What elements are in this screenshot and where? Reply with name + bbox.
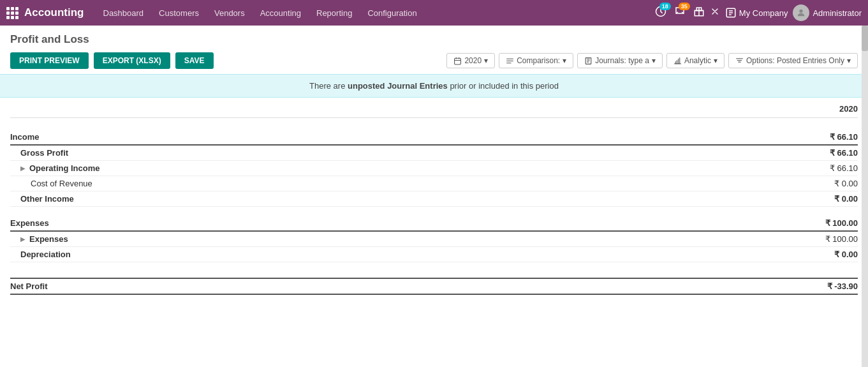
other-income-row: Other Income ₹ 0.00 [10,191,858,207]
nav-reporting[interactable]: Reporting [310,4,358,22]
options-filter[interactable]: Options: Posted Entries Only ▾ [728,53,858,68]
expenses-sub-row[interactable]: ▶ Expenses ₹ 100.00 [10,232,858,247]
messages-icon[interactable]: 35 [674,6,686,20]
comparison-filter-label: Comparison: [517,56,560,65]
comparison-icon [506,57,514,65]
alert-text-after: prior or included in this period [448,81,559,91]
analytic-dropdown-icon: ▾ [714,56,717,65]
report-header: 2020 [10,104,858,118]
depreciation-label: Depreciation [20,250,71,259]
messages-badge: 35 [679,3,690,10]
gross-profit-row: Gross Profit ₹ 66.10 [10,146,858,161]
company-name: My Company [739,8,788,18]
net-profit-label: Net Profit [10,281,48,291]
activities-badge: 18 [659,3,671,10]
analytic-icon [673,57,682,65]
user-menu[interactable]: Administrator [793,4,862,21]
nav-customers[interactable]: Customers [152,4,205,22]
top-menu: Dashboard Customers Vendors Accounting R… [97,4,655,22]
toolbar: Profit and Loss [0,26,868,52]
options-dropdown-icon: ▾ [847,56,851,65]
depreciation-value: ₹ 0.00 [781,250,858,259]
net-profit-value: ₹ -33.90 [781,281,858,291]
page-title: Profit and Loss [10,33,89,46]
income-label: Income [10,132,40,142]
report-buttons: PRINT PREVIEW EXPORT (XLSX) SAVE [10,52,214,69]
journals-filter[interactable]: Journals: type a ▾ [577,53,663,68]
net-profit-row: Net Profit ₹ -33.90 [10,278,858,295]
alert-text-before: There are [309,81,348,91]
journals-icon [584,57,592,65]
depreciation-row: Depreciation ₹ 0.00 [10,247,858,262]
year-filter-label: 2020 [464,56,482,65]
nav-accounting[interactable]: Accounting [254,4,307,22]
analytic-filter-label: Analytic [684,56,711,65]
svg-rect-5 [455,58,461,64]
other-income-label: Other Income [20,194,74,204]
gross-profit-label: Gross Profit [20,148,68,158]
filter-icon [735,57,744,65]
calendar-icon [453,57,462,65]
alert-text-bold: unposted Journal Entries [348,81,448,91]
alert-banner: There are unposted Journal Entries prior… [0,74,868,98]
main-content: Profit and Loss PRINT PREVIEW EXPORT (XL… [0,26,868,367]
grid-menu-icon[interactable] [6,7,18,19]
year-dropdown-icon: ▾ [484,56,488,65]
cost-of-revenue-row: Cost of Revenue ₹ 0.00 [10,176,858,191]
gift-icon[interactable] [693,6,705,20]
journals-filter-label: Journals: type a [595,56,649,65]
cost-of-revenue-value: ₹ 0.00 [781,179,858,188]
app-title: Accounting [24,6,84,19]
year-filter[interactable]: 2020 ▾ [446,53,495,68]
scrollbar-thumb[interactable] [862,26,868,51]
topnav-right: 18 35 My Company Administrator [655,4,862,21]
options-filter-label: Options: Posted Entries Only [746,56,844,65]
expenses-sub-label: Expenses [29,234,68,244]
analytic-filter[interactable]: Analytic ▾ [666,53,725,68]
journals-dropdown-icon: ▾ [652,56,656,65]
expenses-section-header: Expenses ₹ 100.00 [10,216,858,232]
save-button[interactable]: SAVE [175,52,214,69]
other-income-value: ₹ 0.00 [781,194,858,204]
nav-configuration[interactable]: Configuration [361,4,423,22]
close-icon[interactable] [710,6,720,19]
comparison-dropdown-icon: ▾ [563,56,566,65]
avatar [793,4,809,21]
operating-income-value: ₹ 66.10 [781,163,858,173]
operating-income-row[interactable]: ▶ Operating Income ₹ 66.10 [10,161,858,176]
topnav: Accounting Dashboard Customers Vendors A… [0,0,868,26]
expenses-label: Expenses [10,218,49,228]
nav-dashboard[interactable]: Dashboard [97,4,151,22]
income-value: ₹ 66.10 [781,132,858,142]
gross-profit-value: ₹ 66.10 [781,148,858,158]
svg-point-4 [800,10,803,13]
col-year: 2020 [781,104,858,114]
cost-of-revenue-label: Cost of Revenue [31,179,92,188]
expenses-value: ₹ 100.00 [781,218,858,228]
company-selector[interactable]: My Company [725,7,788,19]
scrollbar-track[interactable] [862,26,868,367]
filters-row: 2020 ▾ Comparison: ▾ Journals: type a ▾ … [446,53,858,68]
operating-income-expand: ▶ [20,165,26,172]
admin-label: Administrator [813,8,862,18]
activities-icon[interactable]: 18 [655,6,666,20]
income-section-header: Income ₹ 66.10 [10,130,858,146]
nav-vendors[interactable]: Vendors [208,4,251,22]
expenses-sub-value: ₹ 100.00 [781,234,858,244]
expenses-expand: ▶ [20,236,26,243]
comparison-filter[interactable]: Comparison: ▾ [499,53,573,68]
operating-income-label: Operating Income [29,163,100,173]
export-xlsx-button[interactable]: EXPORT (XLSX) [94,52,170,69]
report-container: 2020 Income ₹ 66.10 Gross Profit ₹ 66.10… [0,98,868,308]
print-preview-button[interactable]: PRINT PREVIEW [10,52,89,69]
